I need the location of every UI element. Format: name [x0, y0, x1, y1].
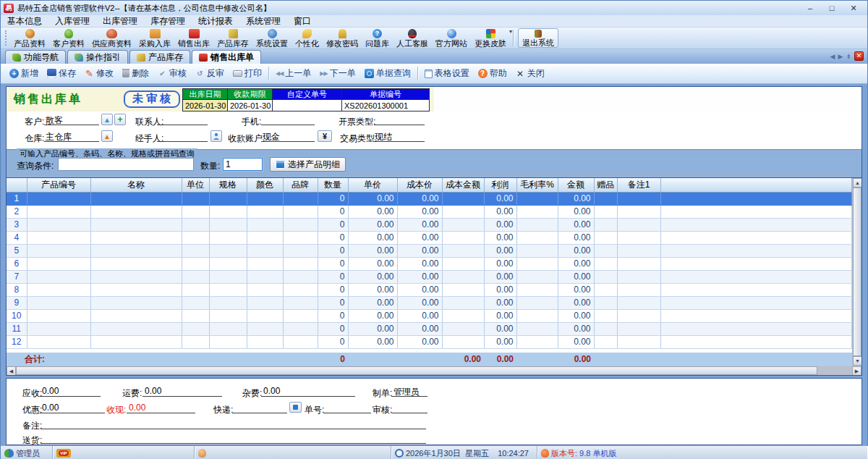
cell-amount[interactable]: 0.00 — [558, 244, 594, 257]
cell-cost[interactable]: 0.00 — [397, 283, 442, 296]
cell-规格[interactable] — [209, 322, 247, 335]
cell-单位[interactable] — [182, 205, 209, 218]
cell-cost[interactable]: 0.00 — [397, 309, 442, 322]
cell-qty[interactable]: 0 — [318, 244, 348, 257]
cell-颜色[interactable] — [247, 270, 283, 283]
row-number-cell[interactable]: 3 — [7, 218, 27, 231]
grid-header-毛利率%[interactable]: 毛利率% — [516, 178, 558, 192]
cell-成本金额[interactable] — [442, 335, 484, 348]
cell-单位[interactable] — [182, 257, 209, 270]
cell-名称[interactable] — [90, 296, 182, 309]
menu-item-4[interactable]: 库存管理 — [144, 15, 192, 28]
cell-产品编号[interactable] — [27, 296, 90, 309]
delivery-field[interactable] — [41, 433, 426, 444]
cell-规格[interactable] — [209, 244, 247, 257]
toolbar-button-product-stock[interactable]: 产品库存 — [213, 28, 252, 49]
cell-产品编号[interactable] — [27, 335, 90, 348]
cell-毛利率%[interactable] — [516, 309, 558, 322]
invoice-type-field[interactable] — [374, 114, 425, 125]
cell-产品编号[interactable] — [27, 309, 90, 322]
row-number-cell[interactable]: 7 — [7, 270, 27, 283]
menu-item-7[interactable]: 窗口 — [287, 15, 318, 28]
discount-field[interactable]: 0.00 — [40, 403, 105, 413]
grid-header-单价[interactable]: 单价 — [348, 178, 397, 192]
cell-单位[interactable] — [182, 244, 209, 257]
cell-qty[interactable]: 0 — [318, 270, 348, 283]
cell-price[interactable]: 0.00 — [348, 309, 397, 322]
menu-item-2[interactable]: 入库管理 — [48, 15, 96, 28]
query-condition-input[interactable] — [58, 158, 194, 171]
grid-header-名称[interactable]: 名称 — [90, 178, 182, 192]
cell-备注1[interactable] — [617, 205, 660, 218]
tab-scroll-right-icon[interactable]: ▶ — [838, 53, 843, 60]
cell-赠品[interactable] — [594, 322, 617, 335]
cell-品牌[interactable] — [283, 231, 318, 244]
cell-qty[interactable]: 0 — [318, 192, 348, 205]
row-number-cell[interactable]: 11 — [7, 322, 27, 335]
grid-header-金额[interactable]: 金额 — [558, 178, 594, 192]
cell-成本金额[interactable] — [442, 218, 484, 231]
cell-赠品[interactable] — [594, 309, 617, 322]
scroll-down-icon[interactable]: ▼ — [853, 356, 861, 366]
tab-scroll-left-icon[interactable]: ◀ — [830, 53, 835, 60]
cell-profit[interactable]: 0.00 — [484, 244, 516, 257]
cell-颜色[interactable] — [247, 231, 283, 244]
cell-规格[interactable] — [209, 218, 247, 231]
cell-颜色[interactable] — [247, 205, 283, 218]
cell-备注1[interactable] — [617, 309, 660, 322]
cell-profit[interactable]: 0.00 — [484, 335, 516, 348]
cell-备注1[interactable] — [617, 335, 660, 348]
cell-qty[interactable]: 0 — [318, 205, 348, 218]
menu-item-6[interactable]: 系统管理 — [239, 15, 287, 28]
row-number-cell[interactable]: 12 — [7, 335, 27, 348]
cell-amount[interactable]: 0.00 — [558, 335, 594, 348]
toolbar-button-purchase-in[interactable]: 采购入库 — [135, 28, 174, 49]
cell-品牌[interactable] — [283, 192, 318, 205]
tracking-field[interactable] — [323, 403, 371, 413]
cell-profit[interactable]: 0.00 — [484, 270, 516, 283]
cell-cost[interactable]: 0.00 — [397, 244, 442, 257]
cell-赠品[interactable] — [594, 218, 617, 231]
doc-button-next[interactable]: 下一单 — [315, 67, 359, 80]
cell-单位[interactable] — [182, 270, 209, 283]
cell-成本金额[interactable] — [442, 270, 484, 283]
cell-名称[interactable] — [90, 218, 182, 231]
grid-header-品牌[interactable]: 品牌 — [283, 178, 318, 192]
row-number-cell[interactable]: 2 — [7, 205, 27, 218]
cell-备注1[interactable] — [617, 322, 660, 335]
doc-button-edit[interactable]: 修改 — [80, 67, 118, 80]
cell-qty[interactable]: 0 — [318, 322, 348, 335]
cell-名称[interactable] — [90, 205, 182, 218]
scroll-left-icon[interactable]: ◀ — [7, 366, 16, 375]
misc-fee-field[interactable]: 0.00 — [261, 386, 355, 397]
customer-add-button[interactable]: + — [114, 114, 126, 125]
doc-button-close-doc[interactable]: 关闭 — [511, 67, 549, 80]
menu-item-1[interactable]: 基本信息 — [1, 15, 48, 28]
cell-品牌[interactable] — [283, 244, 318, 257]
cell-毛利率%[interactable] — [516, 231, 558, 244]
cell-品牌[interactable] — [283, 335, 318, 348]
cell-price[interactable]: 0.00 — [348, 231, 397, 244]
cell-成本金额[interactable] — [442, 283, 484, 296]
row-number-cell[interactable]: 8 — [7, 283, 27, 296]
freight-field[interactable]: 0.00 — [142, 386, 222, 397]
cell-赠品[interactable] — [594, 192, 617, 205]
cell-名称[interactable] — [90, 257, 182, 270]
cell-毛利率%[interactable] — [516, 205, 558, 218]
horizontal-scroll-thumb[interactable] — [16, 366, 817, 375]
warehouse-field[interactable]: 主仓库 — [44, 131, 99, 142]
grid-header-成本金额[interactable]: 成本金额 — [442, 178, 484, 192]
tab-销售出库单[interactable]: 销售出库单 — [192, 50, 261, 64]
cell-qty[interactable]: 0 — [318, 309, 348, 322]
cell-单位[interactable] — [182, 218, 209, 231]
cell-cost[interactable]: 0.00 — [397, 205, 442, 218]
cell-名称[interactable] — [90, 192, 182, 205]
grid-header-数量[interactable]: 数量 — [318, 178, 348, 192]
warehouse-pick-button[interactable]: ▲ — [101, 130, 113, 142]
cell-amount[interactable]: 0.00 — [558, 309, 594, 322]
cell-产品编号[interactable] — [27, 231, 90, 244]
grid-header-规格[interactable]: 规格 — [209, 178, 247, 192]
cell-单位[interactable] — [182, 335, 209, 348]
cell-颜色[interactable] — [247, 322, 283, 335]
cell-毛利率%[interactable] — [516, 244, 558, 257]
